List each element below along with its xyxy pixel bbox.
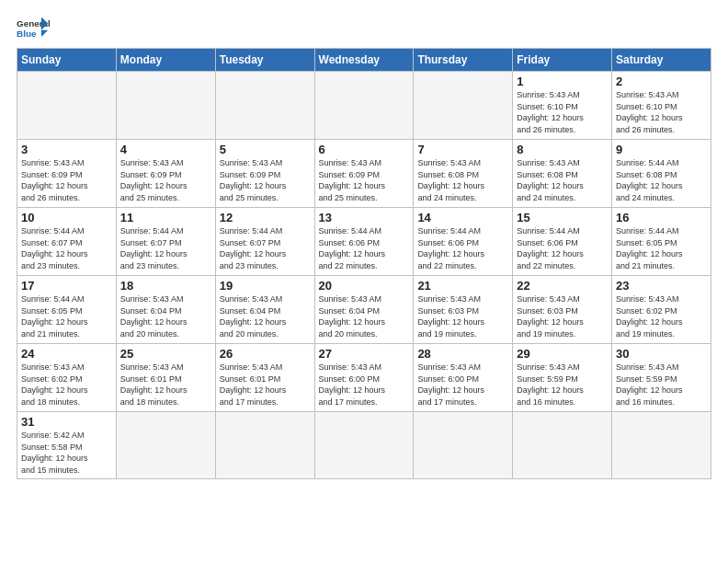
weekday-header-sunday: Sunday (17, 49, 117, 72)
calendar-cell: 26Sunrise: 5:43 AM Sunset: 6:01 PM Dayli… (215, 344, 314, 412)
calendar-cell: 29Sunrise: 5:43 AM Sunset: 5:59 PM Dayli… (513, 344, 612, 412)
day-number: 21 (417, 279, 508, 293)
day-number: 2 (616, 75, 707, 88)
day-number: 30 (616, 347, 707, 361)
calendar-cell (17, 72, 117, 140)
calendar-cell: 3Sunrise: 5:43 AM Sunset: 6:09 PM Daylig… (17, 140, 117, 208)
calendar-cell (314, 412, 414, 479)
calendar-cell: 25Sunrise: 5:43 AM Sunset: 6:01 PM Dayli… (116, 344, 215, 412)
day-info: Sunrise: 5:43 AM Sunset: 6:04 PM Dayligh… (120, 293, 211, 339)
day-info: Sunrise: 5:44 AM Sunset: 6:08 PM Dayligh… (616, 157, 707, 203)
day-info: Sunrise: 5:44 AM Sunset: 6:06 PM Dayligh… (417, 225, 508, 271)
calendar-cell: 7Sunrise: 5:43 AM Sunset: 6:08 PM Daylig… (414, 140, 513, 208)
header: General Blue (17, 15, 711, 42)
day-info: Sunrise: 5:43 AM Sunset: 6:09 PM Dayligh… (319, 157, 410, 203)
day-number: 14 (417, 211, 508, 224)
calendar-cell: 23Sunrise: 5:43 AM Sunset: 6:02 PM Dayli… (612, 276, 711, 344)
calendar-cell: 16Sunrise: 5:44 AM Sunset: 6:05 PM Dayli… (612, 208, 711, 276)
calendar-cell: 10Sunrise: 5:44 AM Sunset: 6:07 PM Dayli… (17, 208, 117, 276)
day-info: Sunrise: 5:43 AM Sunset: 6:04 PM Dayligh… (319, 293, 410, 339)
calendar-cell: 24Sunrise: 5:43 AM Sunset: 6:02 PM Dayli… (17, 344, 117, 412)
calendar-cell: 19Sunrise: 5:43 AM Sunset: 6:04 PM Dayli… (215, 276, 314, 344)
calendar-cell: 6Sunrise: 5:43 AM Sunset: 6:09 PM Daylig… (314, 140, 414, 208)
day-info: Sunrise: 5:44 AM Sunset: 6:07 PM Dayligh… (21, 225, 112, 271)
calendar-cell (414, 412, 513, 479)
svg-text:Blue: Blue (17, 29, 37, 39)
day-number: 15 (517, 211, 608, 224)
day-info: Sunrise: 5:43 AM Sunset: 6:01 PM Dayligh… (120, 362, 211, 408)
day-number: 3 (21, 143, 112, 156)
calendar-cell: 20Sunrise: 5:43 AM Sunset: 6:04 PM Dayli… (314, 276, 414, 344)
day-number: 7 (417, 143, 508, 156)
day-number: 9 (616, 143, 707, 156)
calendar-cell: 21Sunrise: 5:43 AM Sunset: 6:03 PM Dayli… (414, 276, 513, 344)
calendar-cell: 18Sunrise: 5:43 AM Sunset: 6:04 PM Dayli… (116, 276, 215, 344)
day-number: 31 (21, 415, 112, 429)
calendar-cell: 15Sunrise: 5:44 AM Sunset: 6:06 PM Dayli… (513, 208, 612, 276)
day-info: Sunrise: 5:43 AM Sunset: 6:02 PM Dayligh… (21, 362, 112, 408)
day-info: Sunrise: 5:43 AM Sunset: 6:08 PM Dayligh… (417, 157, 508, 203)
week-row-5: 31Sunrise: 5:42 AM Sunset: 5:58 PM Dayli… (17, 412, 711, 479)
day-info: Sunrise: 5:43 AM Sunset: 6:00 PM Dayligh… (319, 362, 410, 408)
day-number: 24 (21, 347, 112, 361)
day-number: 1 (517, 75, 608, 88)
day-info: Sunrise: 5:44 AM Sunset: 6:06 PM Dayligh… (319, 225, 410, 271)
day-number: 28 (417, 347, 508, 361)
calendar-cell (215, 412, 314, 479)
day-info: Sunrise: 5:43 AM Sunset: 6:01 PM Dayligh… (220, 362, 311, 408)
calendar-cell: 17Sunrise: 5:44 AM Sunset: 6:05 PM Dayli… (17, 276, 117, 344)
logo-svg: General Blue (17, 15, 50, 42)
weekday-header-monday: Monday (116, 49, 215, 72)
calendar-cell (612, 412, 711, 479)
day-info: Sunrise: 5:44 AM Sunset: 6:07 PM Dayligh… (220, 225, 311, 271)
day-number: 13 (319, 211, 410, 224)
calendar-cell (314, 72, 414, 140)
day-number: 29 (517, 347, 608, 361)
day-info: Sunrise: 5:43 AM Sunset: 6:03 PM Dayligh… (417, 293, 508, 339)
day-info: Sunrise: 5:43 AM Sunset: 6:00 PM Dayligh… (417, 362, 508, 408)
week-row-3: 17Sunrise: 5:44 AM Sunset: 6:05 PM Dayli… (17, 276, 711, 344)
day-info: Sunrise: 5:43 AM Sunset: 6:03 PM Dayligh… (517, 293, 608, 339)
calendar-cell: 30Sunrise: 5:43 AM Sunset: 5:59 PM Dayli… (612, 344, 711, 412)
day-number: 6 (319, 143, 410, 156)
calendar-cell: 12Sunrise: 5:44 AM Sunset: 6:07 PM Dayli… (215, 208, 314, 276)
day-number: 23 (616, 279, 707, 293)
weekday-header-saturday: Saturday (612, 49, 711, 72)
day-info: Sunrise: 5:43 AM Sunset: 6:04 PM Dayligh… (220, 293, 311, 339)
day-number: 26 (220, 347, 311, 361)
day-info: Sunrise: 5:43 AM Sunset: 6:09 PM Dayligh… (21, 157, 112, 203)
day-number: 27 (319, 347, 410, 361)
weekday-header-tuesday: Tuesday (215, 49, 314, 72)
day-number: 4 (120, 143, 211, 156)
calendar-cell: 9Sunrise: 5:44 AM Sunset: 6:08 PM Daylig… (612, 140, 711, 208)
calendar-cell: 13Sunrise: 5:44 AM Sunset: 6:06 PM Dayli… (314, 208, 414, 276)
page: General Blue SundayMondayTuesdayWednesda… (0, 0, 728, 488)
day-info: Sunrise: 5:44 AM Sunset: 6:05 PM Dayligh… (21, 293, 112, 339)
day-info: Sunrise: 5:42 AM Sunset: 5:58 PM Dayligh… (21, 430, 112, 476)
day-info: Sunrise: 5:43 AM Sunset: 6:10 PM Dayligh… (517, 89, 608, 135)
weekday-header-wednesday: Wednesday (314, 49, 414, 72)
day-number: 19 (220, 279, 311, 293)
logo: General Blue (17, 15, 50, 42)
calendar-cell: 22Sunrise: 5:43 AM Sunset: 6:03 PM Dayli… (513, 276, 612, 344)
calendar-cell (116, 72, 215, 140)
day-number: 5 (220, 143, 311, 156)
calendar-cell: 14Sunrise: 5:44 AM Sunset: 6:06 PM Dayli… (414, 208, 513, 276)
day-number: 25 (120, 347, 211, 361)
weekday-header-friday: Friday (513, 49, 612, 72)
week-row-0: 1Sunrise: 5:43 AM Sunset: 6:10 PM Daylig… (17, 72, 711, 140)
day-number: 20 (319, 279, 410, 293)
day-info: Sunrise: 5:43 AM Sunset: 6:08 PM Dayligh… (517, 157, 608, 203)
calendar-cell: 11Sunrise: 5:44 AM Sunset: 6:07 PM Dayli… (116, 208, 215, 276)
calendar-cell: 5Sunrise: 5:43 AM Sunset: 6:09 PM Daylig… (215, 140, 314, 208)
day-number: 17 (21, 279, 112, 293)
calendar-cell: 8Sunrise: 5:43 AM Sunset: 6:08 PM Daylig… (513, 140, 612, 208)
day-info: Sunrise: 5:43 AM Sunset: 6:10 PM Dayligh… (616, 89, 707, 135)
day-info: Sunrise: 5:43 AM Sunset: 5:59 PM Dayligh… (517, 362, 608, 408)
day-info: Sunrise: 5:43 AM Sunset: 5:59 PM Dayligh… (616, 362, 707, 408)
day-info: Sunrise: 5:43 AM Sunset: 6:09 PM Dayligh… (120, 157, 211, 203)
calendar-cell (215, 72, 314, 140)
calendar-cell (116, 412, 215, 479)
day-number: 18 (120, 279, 211, 293)
calendar-cell: 28Sunrise: 5:43 AM Sunset: 6:00 PM Dayli… (414, 344, 513, 412)
